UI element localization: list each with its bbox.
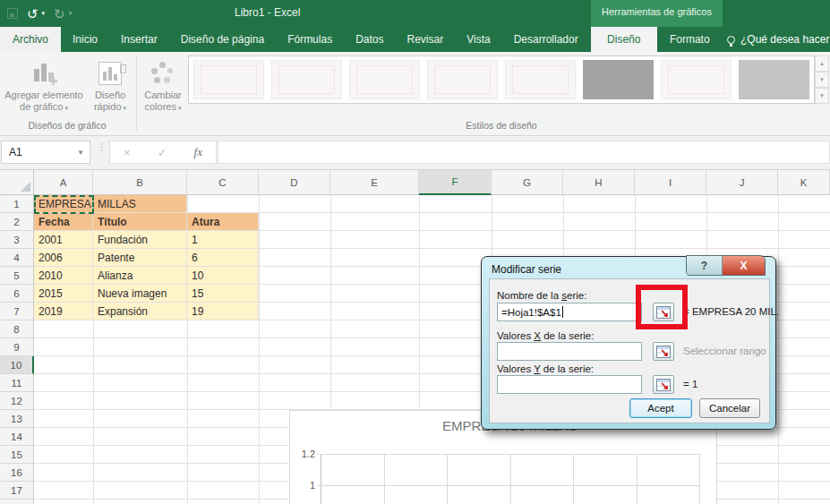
help-button[interactable]: ? [687, 256, 723, 275]
cell-A6[interactable]: 2015 [34, 285, 93, 303]
column-header-D[interactable]: D [259, 170, 330, 195]
tab-archivo[interactable]: Archivo [0, 27, 61, 52]
row-header-3[interactable]: 3 [0, 231, 34, 249]
cell-C4[interactable]: 6 [187, 249, 259, 267]
dialog-body: Nombre de la serie:=Hoja1!$A$1= EMPRESA … [489, 278, 770, 423]
confirm-entry-icon[interactable]: ✓ [158, 146, 167, 159]
column-header-C[interactable]: C [187, 170, 259, 195]
cell-A5[interactable]: 2010 [34, 267, 93, 285]
dialog-field-input-1[interactable] [497, 342, 642, 361]
select-all-corner[interactable] [0, 170, 34, 195]
cell-A4[interactable]: 2006 [34, 249, 93, 267]
cell-B4[interactable]: Patente [93, 249, 187, 267]
cell-B7[interactable]: Expansión [93, 303, 187, 320]
dialog-field-label-1: Valores X de la serie: [497, 330, 594, 341]
column-header-J[interactable]: J [706, 170, 778, 195]
gallery-scroll-up-icon[interactable]: ▲ [815, 56, 829, 72]
tab-diseño[interactable]: Diseño [591, 27, 657, 52]
row-header-11[interactable]: 11 [0, 374, 34, 392]
column-header-I[interactable]: I [635, 170, 706, 195]
insert-function-icon[interactable]: fx [194, 145, 202, 159]
tab-insertar[interactable]: Insertar [109, 27, 169, 52]
row-header-1[interactable]: 1 [0, 195, 34, 213]
chart-style-thumbnail-5[interactable] [505, 60, 576, 99]
formula-input[interactable] [218, 141, 830, 164]
tell-me-box[interactable]: ¿Qué desea hacer [727, 27, 830, 52]
column-header-B[interactable]: B [93, 170, 187, 195]
cell-C3[interactable]: 1 [187, 231, 259, 249]
cell-A2[interactable]: Fecha [34, 213, 93, 231]
chart-style-thumbnail-7[interactable] [661, 60, 732, 99]
cell-B1[interactable]: MILLAS [93, 195, 187, 213]
range-selector-button-2[interactable] [653, 375, 674, 394]
tab-inicio[interactable]: Inicio [61, 27, 109, 52]
tab-f-rmulas[interactable]: Fórmulas [276, 27, 344, 52]
save-icon[interactable] [7, 8, 18, 19]
redo-icon[interactable]: ↻ [54, 7, 65, 21]
chart-style-thumbnail-8[interactable] [739, 60, 809, 99]
row-header-10[interactable]: 10 [0, 356, 34, 374]
range-selector-button-1[interactable] [653, 342, 674, 361]
tab-desarrollador[interactable]: Desarrollador [502, 27, 590, 52]
dialog-field-input-0[interactable]: =Hoja1!$A$1 [497, 303, 642, 321]
row-header-5[interactable]: 5 [0, 267, 34, 285]
row-header-2[interactable]: 2 [0, 213, 34, 231]
row-header-4[interactable]: 4 [0, 249, 34, 267]
cell-B3[interactable]: Fundación [93, 231, 187, 249]
chart-style-thumbnail-4[interactable] [427, 60, 498, 99]
dialog-field-input-2[interactable] [497, 375, 642, 394]
row-header-15[interactable]: 15 [0, 446, 34, 464]
row-header-12[interactable]: 12 [0, 392, 34, 410]
cell-C2[interactable]: Atura [187, 213, 259, 231]
gallery-scroll-down-icon[interactable]: ▼ [815, 72, 829, 88]
row-header-7[interactable]: 7 [0, 303, 34, 320]
row-header-18[interactable]: 18 [0, 500, 34, 504]
qat-customize-icon[interactable]: ▾ [69, 10, 73, 17]
tab-dise-o-de-p-gina[interactable]: Diseño de página [169, 27, 276, 52]
formula-bar-buttons: × ✓ fx [109, 141, 217, 164]
tab-vista[interactable]: Vista [455, 27, 501, 52]
name-box-dropdown-icon[interactable]: ▼ [77, 149, 84, 157]
row-header-14[interactable]: 14 [0, 428, 34, 446]
undo-dropdown-icon[interactable]: ▾ [42, 10, 46, 17]
dialog-title: Modificar serie [492, 263, 561, 276]
row-header-13[interactable]: 13 [0, 410, 34, 428]
tab-formato[interactable]: Formato [657, 27, 723, 52]
chart-style-thumbnail-2[interactable] [271, 60, 342, 99]
row-header-6[interactable]: 6 [0, 285, 34, 303]
chart-style-thumbnail-6[interactable] [583, 60, 654, 99]
row-header-17[interactable]: 17 [0, 482, 34, 500]
column-header-H[interactable]: H [563, 170, 635, 195]
name-box[interactable]: A1 ▼ [1, 141, 90, 164]
change-colors-button[interactable]: Cambiar colores▾ [140, 54, 186, 131]
cell-B5[interactable]: Alianza [93, 267, 187, 285]
column-header-G[interactable]: G [492, 170, 563, 195]
column-header-E[interactable]: E [330, 170, 419, 195]
chart-gridline-vertical [573, 454, 574, 504]
undo-icon[interactable]: ↺ [27, 7, 39, 21]
cell-A7[interactable]: 2019 [34, 303, 93, 320]
row-header-8[interactable]: 8 [0, 320, 34, 338]
chart-style-thumbnail-1[interactable] [193, 60, 264, 99]
quick-access-toolbar: ↺ ▾ ↻ ▾ [7, 4, 72, 23]
cell-C5[interactable]: 10 [187, 267, 259, 285]
row-header-9[interactable]: 9 [0, 338, 34, 356]
cell-B6[interactable]: Nueva imagen [93, 285, 187, 303]
close-button[interactable]: X [723, 256, 765, 275]
chart-style-thumbnail-3[interactable] [349, 60, 420, 99]
column-header-A[interactable]: A [34, 170, 93, 195]
accept-button[interactable]: Acept [629, 398, 692, 418]
tab-revisar[interactable]: Revisar [396, 27, 456, 52]
cancel-button[interactable]: Cancelar [699, 398, 760, 418]
column-header-F[interactable]: F [419, 170, 492, 195]
tab-datos[interactable]: Datos [344, 27, 395, 52]
cell-B2[interactable]: Título [93, 213, 187, 231]
ribbon: Agregar elemento de gráfico▾ Diseño rápi… [0, 52, 830, 136]
row-header-16[interactable]: 16 [0, 464, 34, 482]
gallery-more-icon[interactable]: ▼ [815, 88, 829, 104]
cell-A3[interactable]: 2001 [34, 231, 93, 249]
cancel-entry-icon[interactable]: × [124, 146, 131, 159]
cell-C6[interactable]: 15 [187, 285, 259, 303]
column-header-K[interactable]: K [778, 170, 830, 195]
cell-C7[interactable]: 19 [187, 303, 259, 320]
